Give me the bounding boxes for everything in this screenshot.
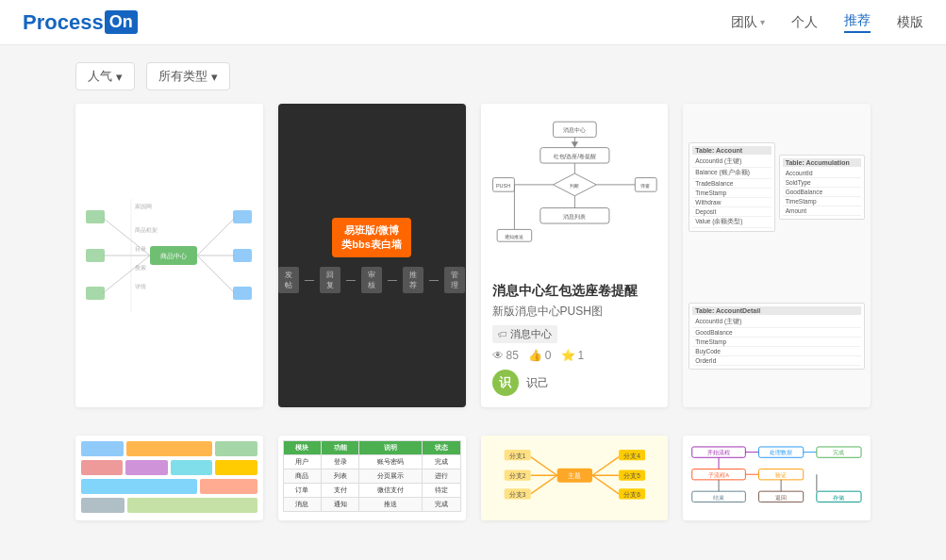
svg-rect-5 bbox=[86, 249, 105, 262]
db-row: GoodBalance bbox=[692, 328, 861, 338]
svg-text:完成: 完成 bbox=[834, 449, 845, 455]
table-cell: 完成 bbox=[423, 498, 460, 512]
star-stat: ⭐ 1 bbox=[561, 349, 585, 362]
table-cell: 列表 bbox=[321, 469, 358, 484]
card-product-framework[interactable]: 商品中心 家园网 商品框架 目录 搜索 详情 bbox=[75, 104, 263, 407]
nav-template[interactable]: 模版 bbox=[897, 14, 923, 31]
bottom-card-3[interactable]: 主题 分支1 分支2 分支3 分支4 分支5 分支6 bbox=[481, 436, 669, 520]
author-name: 识己 bbox=[526, 375, 549, 391]
chevron-down-icon: ▾ bbox=[116, 70, 123, 84]
svg-text:判断: 判断 bbox=[570, 183, 579, 189]
chevron-down-icon: ▾ bbox=[211, 70, 218, 84]
popularity-filter[interactable]: 人气 ▾ bbox=[75, 62, 135, 91]
type-label: 所有类型 bbox=[158, 68, 207, 85]
logo-process-text: Process bbox=[23, 10, 104, 35]
table-header: 状态 bbox=[423, 441, 460, 455]
svg-marker-23 bbox=[571, 141, 577, 147]
svg-rect-11 bbox=[233, 249, 252, 262]
svg-rect-3 bbox=[86, 210, 105, 223]
svg-line-49 bbox=[530, 475, 556, 494]
svg-rect-13 bbox=[233, 287, 252, 300]
db-row: OrderId bbox=[692, 356, 861, 366]
bottom-card-1[interactable] bbox=[75, 436, 263, 520]
svg-text:主题: 主题 bbox=[568, 471, 581, 480]
logo[interactable]: ProcessOn bbox=[23, 10, 138, 35]
svg-text:分支2: 分支2 bbox=[508, 472, 525, 479]
db-row: Value (余额类型) bbox=[692, 217, 771, 228]
like-stat: 👍 0 bbox=[528, 349, 552, 362]
avatar-initial: 识 bbox=[499, 374, 511, 391]
card-tag[interactable]: 🏷 消息中心 bbox=[492, 325, 557, 343]
color-block bbox=[126, 441, 211, 456]
db-table-2: Table: Accumulation AccountId SoldType G… bbox=[779, 155, 865, 220]
mindmap2-svg: 主题 分支1 分支2 分支3 分支4 分支5 分支6 bbox=[487, 441, 663, 515]
card-subtitle: 新版消息中心PUSH图 bbox=[492, 304, 657, 320]
card-body: 消息中心红包选座卷提醒 新版消息中心PUSH图 🏷 消息中心 👁 85 👍 0 bbox=[481, 273, 669, 407]
eye-icon: 👁 bbox=[492, 349, 504, 362]
card-author: 识 识己 bbox=[492, 370, 657, 396]
bottom-row: 模块 功能 说明 状态 用户 登录 账号密码 完成 商品 列表 分页展示 进行 bbox=[0, 436, 946, 549]
color-block bbox=[215, 460, 257, 475]
card-message-center[interactable]: 消息中心 红包/选座/卷提醒 判断 PUSH 弹窗 消息列表 bbox=[481, 104, 669, 407]
color-block bbox=[171, 460, 212, 475]
svg-text:红包/选座/卷提醒: 红包/选座/卷提醒 bbox=[553, 153, 596, 159]
color-block bbox=[81, 479, 197, 494]
svg-text:返回: 返回 bbox=[775, 495, 787, 501]
table-header: 功能 bbox=[321, 441, 358, 455]
svg-rect-7 bbox=[86, 287, 105, 300]
bottom-thumb-1 bbox=[75, 436, 263, 520]
svg-text:验证: 验证 bbox=[775, 472, 787, 478]
table-cell: 商品 bbox=[283, 469, 321, 484]
star-icon: ⭐ bbox=[561, 349, 575, 362]
svg-text:分支5: 分支5 bbox=[623, 472, 640, 479]
nav-team[interactable]: 团队 ▾ bbox=[731, 14, 765, 31]
like-count: 0 bbox=[545, 349, 552, 362]
view-stat: 👁 85 bbox=[492, 349, 519, 362]
svg-text:分支4: 分支4 bbox=[623, 453, 640, 459]
db-row: AccountId (主键) bbox=[692, 317, 861, 328]
svg-text:开始流程: 开始流程 bbox=[707, 449, 730, 455]
card-tags: 🏷 消息中心 bbox=[492, 325, 657, 349]
table-cell: 登录 bbox=[321, 455, 358, 469]
db-table-1: Table: Account AccountId (主键) Balance (账… bbox=[689, 142, 774, 232]
svg-text:弹窗: 弹窗 bbox=[640, 183, 650, 189]
card-grid: 商品中心 家园网 商品框架 目录 搜索 详情 bbox=[0, 104, 946, 436]
svg-text:通知推送: 通知推送 bbox=[505, 234, 523, 239]
mini-table: 模块 功能 说明 状态 用户 登录 账号密码 完成 商品 列表 分页展示 进行 bbox=[283, 440, 461, 512]
db-row: Balance (账户余额) bbox=[692, 168, 771, 179]
db-table-3: Table: AccountDetail AccountId (主键) Good… bbox=[689, 303, 865, 370]
card-db[interactable]: Table: Account AccountId (主键) Balance (账… bbox=[683, 104, 871, 407]
bottom-thumb-2: 模块 功能 说明 状态 用户 登录 账号密码 完成 商品 列表 分页展示 进行 bbox=[278, 436, 466, 520]
nav-personal[interactable]: 个人 bbox=[791, 14, 818, 31]
svg-text:结束: 结束 bbox=[713, 495, 724, 501]
db-row: Deposit bbox=[692, 207, 771, 217]
flowchart-svg: 消息中心 红包/选座/卷提醒 判断 PUSH 弹窗 消息列表 bbox=[489, 111, 661, 266]
table-cell: 分页展示 bbox=[359, 469, 423, 484]
type-filter[interactable]: 所有类型 ▾ bbox=[146, 62, 230, 91]
table-cell: 微信支付 bbox=[359, 484, 423, 498]
card-bbs[interactable]: 易班版/微博类bbs表白墙 发帖 回复 审核 推荐 管理 易班版微博类bbs的功… bbox=[278, 104, 466, 407]
flow-connector bbox=[346, 280, 355, 281]
card-title: 消息中心红包选座卷提醒 bbox=[492, 283, 657, 300]
svg-text:消息列表: 消息列表 bbox=[563, 213, 586, 220]
table-cell: 支付 bbox=[321, 484, 358, 498]
db-table-header: Table: AccountDetail bbox=[692, 306, 861, 315]
db-table-header: Table: Account bbox=[692, 146, 771, 155]
db-row: SoldType bbox=[783, 178, 861, 188]
table-cell: 用户 bbox=[283, 455, 321, 469]
svg-line-12 bbox=[197, 255, 235, 293]
popularity-label: 人气 bbox=[88, 68, 112, 85]
svg-line-43 bbox=[530, 457, 556, 476]
bottom-card-4[interactable]: 开始流程 处理数据 完成 子流程A 验证 结束 返回 bbox=[683, 436, 871, 520]
flow-node: 审核 bbox=[361, 267, 383, 293]
table-cell: 订单 bbox=[283, 484, 321, 498]
nav-recommend[interactable]: 推荐 bbox=[844, 12, 871, 33]
bottom-thumb-3: 主题 分支1 分支2 分支3 分支4 分支5 分支6 bbox=[481, 436, 669, 520]
nav-team-label: 团队 bbox=[731, 14, 757, 31]
main-nav: 团队 ▾ 个人 推荐 模版 bbox=[731, 12, 923, 33]
bottom-card-2[interactable]: 模块 功能 说明 状态 用户 登录 账号密码 完成 商品 列表 分页展示 进行 bbox=[278, 436, 466, 520]
card-thumbnail: 消息中心 红包/选座/卷提醒 判断 PUSH 弹窗 消息列表 bbox=[481, 104, 669, 273]
db-row: TimeStamp bbox=[692, 338, 861, 347]
card-thumbnail: 商品中心 家园网 商品框架 目录 搜索 详情 bbox=[75, 104, 263, 407]
svg-text:商品框架: 商品框架 bbox=[135, 226, 158, 233]
